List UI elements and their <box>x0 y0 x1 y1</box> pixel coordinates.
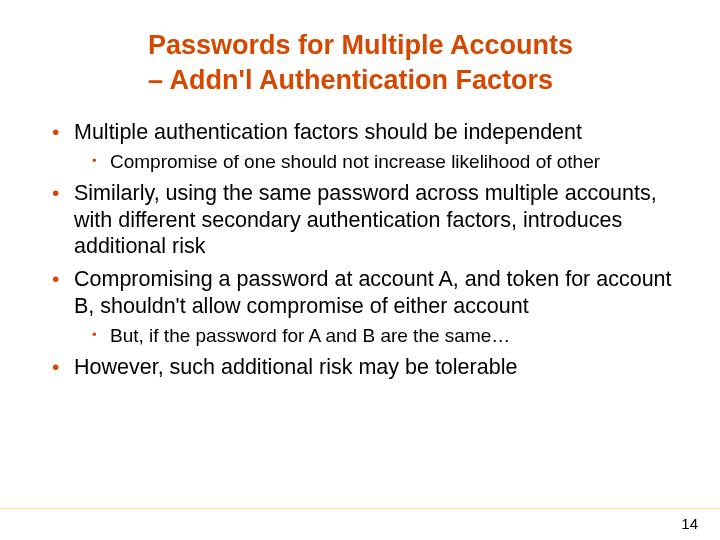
bullet-text: Similarly, using the same password acros… <box>74 181 657 259</box>
sub-bullet-text: But, if the password for A and B are the… <box>110 325 510 346</box>
sub-bullet-item: Compromise of one should not increase li… <box>74 150 672 174</box>
slide-title: Passwords for Multiple Accounts – Addn'l… <box>48 28 672 97</box>
footer-divider <box>0 508 720 510</box>
bullet-list: Multiple authentication factors should b… <box>48 119 672 381</box>
bullet-item: Multiple authentication factors should b… <box>48 119 672 174</box>
title-line-2: – Addn'l Authentication Factors <box>148 65 553 95</box>
bullet-text: Compromising a password at account A, an… <box>74 267 672 318</box>
sub-bullet-text: Compromise of one should not increase li… <box>110 151 600 172</box>
bullet-text: However, such additional risk may be tol… <box>74 355 517 379</box>
sub-bullet-list: Compromise of one should not increase li… <box>74 150 672 174</box>
slide: Passwords for Multiple Accounts – Addn'l… <box>0 0 720 540</box>
bullet-item: Similarly, using the same password acros… <box>48 180 672 261</box>
page-number: 14 <box>681 515 698 532</box>
bullet-item: Compromising a password at account A, an… <box>48 266 672 348</box>
title-line-1: Passwords for Multiple Accounts <box>148 30 573 60</box>
bullet-item: However, such additional risk may be tol… <box>48 354 672 381</box>
bullet-text: Multiple authentication factors should b… <box>74 120 582 144</box>
sub-bullet-item: But, if the password for A and B are the… <box>74 324 672 348</box>
sub-bullet-list: But, if the password for A and B are the… <box>74 324 672 348</box>
